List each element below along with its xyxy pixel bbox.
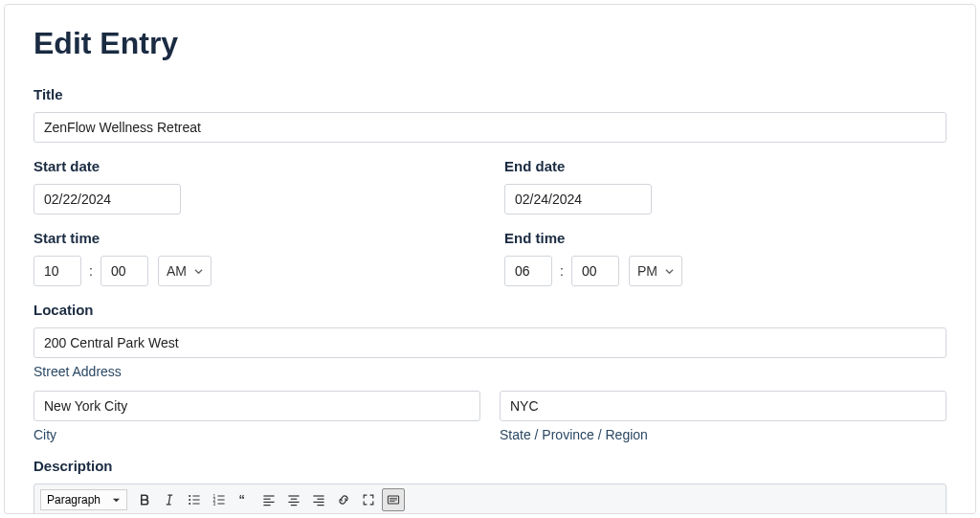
svg-point-5 [189,503,190,505]
page-title: Edit Entry [33,26,947,61]
link-button[interactable] [332,488,355,511]
svg-text:“: “ [238,492,244,507]
edit-entry-form: Edit Entry Title Start date End date Sta… [4,4,976,514]
title-label: Title [33,86,947,102]
svg-point-3 [189,495,190,497]
start-time-row: : AM [33,256,476,286]
city-sublabel: City [33,427,480,442]
italic-button[interactable] [158,488,181,511]
state-group: State / Province / Region [500,391,947,442]
blockquote-button[interactable]: “ [233,488,256,511]
time-separator: : [89,263,93,279]
bold-button[interactable] [133,488,156,511]
start-date-group: Start date [33,158,476,214]
end-date-input[interactable] [504,184,652,214]
start-date-label: Start date [33,158,476,174]
start-time-period-value: AM [167,263,187,279]
caret-down-icon [112,496,121,505]
title-field-group: Title [33,86,947,143]
state-sublabel: State / Province / Region [500,427,947,442]
start-time-hour[interactable] [33,256,81,286]
chevron-down-icon [194,267,203,276]
start-date-input[interactable] [33,184,181,214]
start-time-label: Start time [33,230,476,246]
start-time-group: Start time : AM [33,230,476,286]
description-label: Description [33,458,947,474]
bullet-list-button[interactable] [183,488,206,511]
chevron-down-icon [665,267,674,276]
end-date-group: End date [504,158,947,214]
numbered-list-button[interactable]: 123 [208,488,231,511]
end-time-period-select[interactable]: PM [629,256,682,286]
time-separator: : [560,263,564,279]
toolbar-toggle-button[interactable] [382,488,405,511]
svg-line-2 [168,495,170,505]
svg-point-4 [189,499,190,501]
block-format-select[interactable]: Paragraph [40,489,127,510]
state-input[interactable] [500,391,947,421]
start-time-period-select[interactable]: AM [158,256,212,286]
block-format-value: Paragraph [47,493,100,507]
editor-toolbar: Paragraph 123 “ [33,484,947,514]
description-group: Description Paragraph 123 “ [33,458,947,514]
location-label: Location [33,302,947,318]
street-address-input[interactable] [33,327,947,358]
end-time-minute[interactable] [571,256,619,286]
street-address-sublabel: Street Address [33,364,947,379]
align-right-button[interactable] [307,488,330,511]
end-time-row: : PM [504,256,947,286]
city-group: City [33,391,480,442]
align-left-button[interactable] [257,488,280,511]
svg-text:3: 3 [213,502,216,507]
end-time-period-value: PM [637,263,657,279]
end-time-group: End time : PM [504,230,947,286]
start-time-minute[interactable] [100,256,148,286]
end-time-label: End time [504,230,947,246]
title-input[interactable] [33,112,947,143]
end-date-label: End date [504,158,947,174]
fullscreen-button[interactable] [357,488,380,511]
end-time-hour[interactable] [504,256,552,286]
align-center-button[interactable] [282,488,305,511]
location-group: Location Street Address City State / Pro… [33,302,947,442]
city-input[interactable] [33,391,480,421]
